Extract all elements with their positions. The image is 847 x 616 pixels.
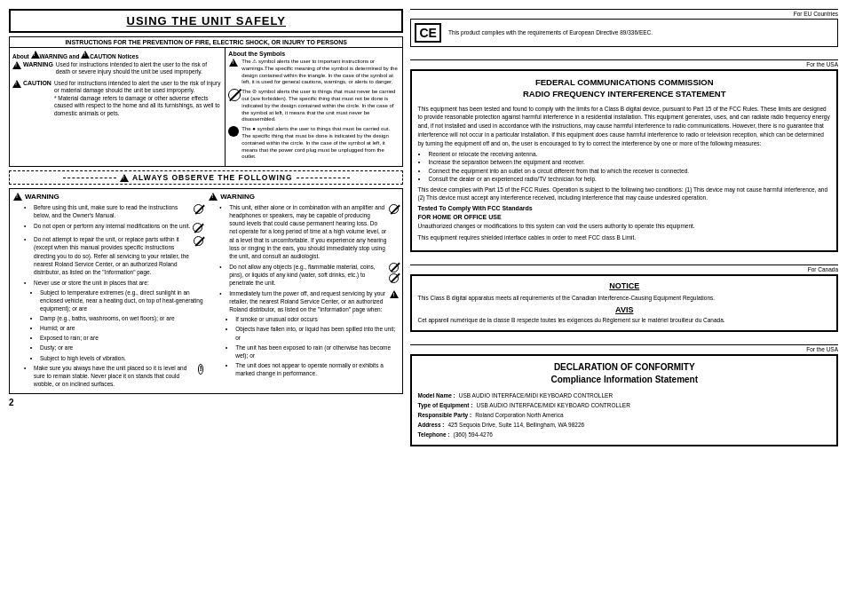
eu-text: This product complies with the requireme…	[448, 28, 653, 36]
list-item: Dusty; or are	[40, 344, 203, 351]
doc-info: Model Name : USB AUDIO INTERFACE/MIDI KE…	[417, 391, 831, 439]
bullet-text: Do not open or perform any internal modi…	[34, 222, 190, 230]
eu-label: For EU Countries	[410, 9, 838, 17]
list-item: The unit has been exposed to rain (or ot…	[235, 344, 399, 359]
sub-list: Subject to temperature extremes (e.g., d…	[31, 288, 203, 362]
doc-address-row: Address : 425 Sequoia Drive, Suite 114, …	[417, 420, 831, 430]
fcc-shielded: This equipment requires shielded interfa…	[417, 233, 831, 242]
for-home: FOR HOME OR OFFICE USE	[417, 214, 831, 220]
warning-section-left: WARNING • Before using this unit, make s…	[13, 193, 203, 390]
filled-circle-icon	[228, 126, 239, 138]
list-item: Subject to high levels of vibration.	[40, 354, 203, 362]
right-column: For EU Countries CE This product complie…	[410, 9, 838, 446]
always-observe-box: ALWAYS OBSERVE THE FOLLOWING	[9, 170, 403, 185]
doc-telephone-value: (360) 594-4276	[453, 430, 492, 439]
notice-body: This Class B digital apparatus meets all…	[417, 294, 831, 303]
warning-right-list: • This unit, either alone or in combinat…	[209, 203, 399, 377]
caution-label-text: CAUTION	[23, 80, 51, 86]
list-item: Consult the dealer or an experienced rad…	[428, 175, 831, 183]
list-item: • Before using this unit, make sure to r…	[24, 203, 203, 219]
no-symbol-icon	[228, 89, 239, 103]
ce-symbol: CE	[415, 23, 440, 43]
caution-row: CAUTION Used for instructions intended t…	[12, 80, 222, 117]
warning-left-list: • Before using this unit, make sure to r…	[13, 203, 203, 388]
list-item: Humid; or are	[40, 324, 203, 332]
symbols-heading-text: About the Symbols	[228, 51, 285, 57]
warning-label-text: WARNING	[23, 61, 53, 67]
warning-description: Used for instructions intended to alert …	[56, 61, 223, 76]
doc-type-label: Type of Equipment :	[417, 400, 472, 410]
instructions-content: About WARNING and CAUTION Notices WARNIN…	[10, 48, 402, 166]
list-item: • Immediately turn the power off, and re…	[219, 289, 399, 313]
caution-note: * Material damage refers to damage or ot…	[54, 95, 220, 116]
warning-section-right: WARNING • This unit, either alone or in …	[209, 193, 399, 390]
list-item: • Do not open or perform any internal mo…	[24, 222, 203, 233]
no-open-icon	[193, 223, 202, 233]
symbol-row-1: The ⚠ symbol alerts the user to importan…	[228, 59, 400, 86]
doc-responsible-row: Responsible Party : Roland Corporation N…	[417, 410, 831, 420]
exclaim-icon: !	[198, 364, 203, 375]
no-object-icon	[389, 273, 399, 283]
instructions-title: INSTRUCTIONS FOR THE PREVENTION OF FIRE,…	[10, 37, 402, 48]
caution-text: Used for instructions intended to alert …	[54, 80, 221, 93]
doc-model-value: USB AUDIO INTERFACE/MIDI KEYBOARD CONTRO…	[459, 391, 613, 400]
bullet-text: Do not allow any objects (e.g., flammabl…	[229, 263, 386, 287]
list-item: Increase the separation between the equi…	[428, 158, 831, 166]
caution-triangle-icon	[12, 80, 21, 88]
doc-telephone-label: Telephone :	[417, 430, 449, 439]
fcc-body: This equipment has been tested and found…	[417, 105, 831, 148]
doc-title-line1: DECLARATION OF CONFORMITY	[554, 362, 695, 372]
always-observe-text: ALWAYS OBSERVE THE FOLLOWING	[132, 173, 293, 182]
warning-section-left-header: WARNING	[13, 193, 203, 201]
symbols-section: About the Symbols The ⚠ symbol alerts th…	[226, 48, 402, 166]
canada-wrapper: For Canada NOTICE This Class B digital a…	[410, 265, 838, 336]
power-warning-icon	[390, 290, 399, 298]
symbol-row-2: The ⊘ symbol alerts the user to things t…	[228, 89, 400, 123]
eu-section: CE This product complies with the requir…	[410, 19, 838, 47]
about-heading-text: About WARNING and CAUTION Notices	[12, 51, 139, 59]
fcc-compliance: This device complies with Part 15 of the…	[417, 186, 831, 203]
triangle-symbol-icon	[228, 59, 239, 68]
no-repair-icon	[194, 236, 203, 246]
canada-label: For Canada	[410, 265, 838, 272]
eu-content: CE This product complies with the requir…	[415, 23, 834, 43]
sub-list-right: If smoke or unusual odor occurs Objects …	[226, 315, 399, 377]
caution-label: CAUTION	[12, 80, 51, 117]
instructions-box: INSTRUCTIONS FOR THE PREVENTION OF FIRE,…	[9, 36, 403, 167]
warning-right-triangle-icon	[209, 193, 218, 201]
fcc-section: FEDERAL COMMUNICATIONS COMMISSION RADIO …	[410, 69, 838, 252]
list-item: Objects have fallen into, or liquid has …	[235, 325, 399, 341]
list-item: • Do not allow any objects (e.g., flamma…	[219, 263, 399, 287]
warning-caution-section: About WARNING and CAUTION Notices WARNIN…	[10, 48, 226, 166]
headphone-no-icon	[389, 204, 399, 214]
warning-row: WARNING Used for instructions intended t…	[12, 61, 222, 76]
list-item: Connect the equipment into an outlet on …	[428, 167, 831, 175]
list-item: • Never use or store the unit in places …	[24, 279, 203, 287]
doc-section: DECLARATION OF CONFORMITY Compliance Inf…	[410, 354, 838, 446]
left-column: USING THE UNIT SAFELY INSTRUCTIONS FOR T…	[9, 9, 403, 446]
doc-type-row: Type of Equipment : USB AUDIO INTERFACE/…	[417, 400, 831, 410]
list-item: If smoke or unusual odor occurs Objects …	[219, 315, 399, 377]
doc-model-label: Model Name :	[417, 391, 455, 400]
fcc-title: FEDERAL COMMUNICATIONS COMMISSION RADIO …	[417, 76, 831, 100]
eu-wrapper: For EU Countries CE This product complie…	[410, 9, 838, 51]
no-symbol-icon	[194, 204, 203, 214]
symbol-text-3: The ● symbol alerts the user to things t…	[241, 126, 400, 161]
symbol-text-1: The ⚠ symbol alerts the user to importan…	[241, 59, 400, 86]
fcc-bullets: Reorient or relocate the receiving anten…	[417, 150, 831, 182]
fcc-tested: Tested To Comply With FCC Standards	[417, 205, 831, 211]
bullet-text: Make sure you always have the unit place…	[34, 364, 195, 388]
page-container: USING THE UNIT SAFELY INSTRUCTIONS FOR T…	[9, 9, 838, 446]
warning-sections: WARNING • Before using this unit, make s…	[9, 188, 403, 394]
fcc-title-line2: RADIO FREQUENCY INTERFERENCE STATEMENT	[523, 89, 726, 99]
list-item: Damp (e.g., baths, washrooms, on wet flo…	[40, 314, 203, 322]
list-item: • Make sure you always have the unit pla…	[24, 364, 203, 388]
doc-responsible-value: Roland Corporation North America	[475, 410, 563, 420]
page-number: 2	[9, 398, 403, 407]
fcc-unauthorized: Unauthorized changes or modifications to…	[417, 222, 831, 231]
doc-responsible-label: Responsible Party :	[417, 410, 471, 420]
list-item: If smoke or unusual odor occurs	[235, 315, 399, 323]
list-item: The unit does not appear to operate norm…	[235, 361, 399, 377]
doc-title-line2: Compliance Information Statement	[550, 375, 698, 384]
bullet-text: Before using this unit, make sure to rea…	[34, 203, 191, 219]
